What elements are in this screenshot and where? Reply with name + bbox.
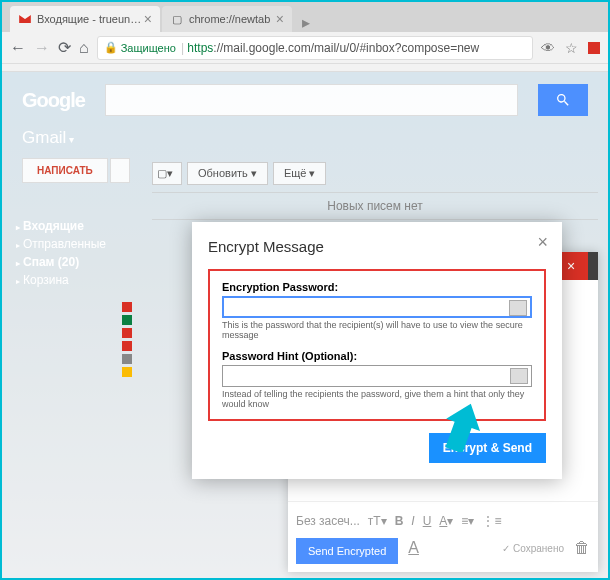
- empty-inbox-message: Новых писем нет: [152, 192, 598, 220]
- hint-label: Password Hint (Optional):: [222, 350, 532, 362]
- lock-icon: 🔒: [104, 41, 118, 54]
- font-select[interactable]: Без засеч...: [296, 514, 360, 528]
- search-button[interactable]: [538, 84, 588, 116]
- refresh-button[interactable]: Обновить ▾: [187, 162, 268, 185]
- align-icon[interactable]: ≡▾: [461, 514, 474, 528]
- tab-close-icon[interactable]: ×: [276, 11, 284, 27]
- tab-bar: Входящие - trueundelet × ▢ chrome://newt…: [2, 2, 608, 32]
- list-icon[interactable]: ⋮≡: [482, 514, 501, 528]
- bold-icon[interactable]: B: [395, 514, 404, 528]
- hint-input[interactable]: [222, 365, 532, 387]
- color-tag: [122, 341, 132, 351]
- font-size-icon[interactable]: тТ▾: [368, 514, 387, 528]
- mail-toolbar: ▢▾ Обновить ▾ Ещё ▾: [152, 162, 326, 185]
- search-input[interactable]: [105, 84, 518, 116]
- modal-title: Encrypt Message: [208, 238, 546, 255]
- format-toggle-icon[interactable]: A: [408, 539, 419, 557]
- search-icon: [555, 92, 571, 108]
- encrypt-modal: × Encrypt Message Encryption Password: T…: [192, 222, 562, 479]
- gmail-favicon: [18, 12, 32, 26]
- forward-icon[interactable]: →: [34, 39, 50, 57]
- nav-bar: ← → ⟳ ⌂ 🔒 Защищено | https://mail.google…: [2, 32, 608, 64]
- sidebar-item-sent[interactable]: Отправленные: [16, 235, 106, 253]
- sidebar: Входящие Отправленные Спам (20) Корзина: [16, 217, 106, 289]
- url-text: https://mail.google.com/mail/u/0/#inbox?…: [187, 41, 479, 55]
- browser-chrome: Входящие - trueundelet × ▢ chrome://newt…: [2, 2, 608, 72]
- reload-icon[interactable]: ⟳: [58, 38, 71, 57]
- browser-tab-inactive[interactable]: ▢ chrome://newtab ×: [162, 6, 292, 32]
- password-hint-text: This is the password that the recipient(…: [222, 320, 532, 340]
- eye-icon[interactable]: 👁: [541, 40, 555, 56]
- tab-close-icon[interactable]: ×: [144, 11, 152, 27]
- secure-indicator: 🔒 Защищено: [104, 41, 176, 54]
- format-toolbar: Без засеч... тТ▾ B I U A▾ ≡▾ ⋮≡: [296, 510, 590, 532]
- modal-close-button[interactable]: ×: [537, 232, 548, 253]
- sidebar-item-trash[interactable]: Корзина: [16, 271, 106, 289]
- home-icon[interactable]: ⌂: [79, 39, 89, 57]
- color-tag: [122, 367, 132, 377]
- color-tag: [122, 302, 132, 312]
- italic-icon[interactable]: I: [411, 514, 414, 528]
- new-tab-button[interactable]: ▸: [294, 13, 318, 32]
- hint-help-text: Instead of telling the recipients the pa…: [222, 389, 532, 409]
- blank-favicon: ▢: [170, 12, 184, 26]
- highlight-box: Encryption Password: This is the passwor…: [208, 269, 546, 421]
- send-encrypted-button[interactable]: Send Encrypted: [296, 538, 398, 564]
- select-checkbox[interactable]: ▢▾: [152, 162, 182, 185]
- google-logo: Google: [22, 89, 85, 112]
- more-button[interactable]: Ещё ▾: [273, 162, 327, 185]
- color-tag: [122, 328, 132, 338]
- password-input[interactable]: [222, 296, 532, 318]
- annotation-arrow: [440, 402, 485, 456]
- browser-tab-active[interactable]: Входящие - trueundelet ×: [10, 6, 160, 32]
- sidebar-item-spam[interactable]: Спам (20): [16, 253, 106, 271]
- underline-icon[interactable]: U: [423, 514, 432, 528]
- star-icon[interactable]: ☆: [565, 40, 578, 56]
- label-colors: [122, 302, 132, 377]
- color-tag: [122, 315, 132, 325]
- google-header: Google: [2, 72, 608, 128]
- gmail-product-label[interactable]: Gmail: [2, 128, 608, 158]
- compose-footer: Без засеч... тТ▾ B I U A▾ ≡▾ ⋮≡ Send Enc…: [288, 501, 598, 572]
- secure-label: Защищено: [121, 42, 176, 54]
- color-tag: [122, 354, 132, 364]
- text-color-icon[interactable]: A▾: [439, 514, 453, 528]
- toolbar-right: 👁 ☆: [541, 40, 600, 56]
- sidebar-item-inbox[interactable]: Входящие: [16, 217, 106, 235]
- back-icon[interactable]: ←: [10, 39, 26, 57]
- bookmark-bar: [2, 64, 608, 72]
- close-icon[interactable]: ×: [567, 258, 575, 274]
- compose-split-button[interactable]: [110, 158, 130, 183]
- password-label: Encryption Password:: [222, 281, 532, 293]
- tab-title: Входящие - trueundelet: [37, 13, 144, 25]
- tab-title: chrome://newtab: [189, 13, 276, 25]
- compose-button[interactable]: НАПИСАТЬ: [22, 158, 108, 183]
- saved-label: ✓ Сохранено: [502, 543, 564, 554]
- extension-icon[interactable]: [588, 42, 600, 54]
- address-bar[interactable]: 🔒 Защищено | https://mail.google.com/mai…: [97, 36, 533, 60]
- trash-icon[interactable]: 🗑: [574, 539, 590, 557]
